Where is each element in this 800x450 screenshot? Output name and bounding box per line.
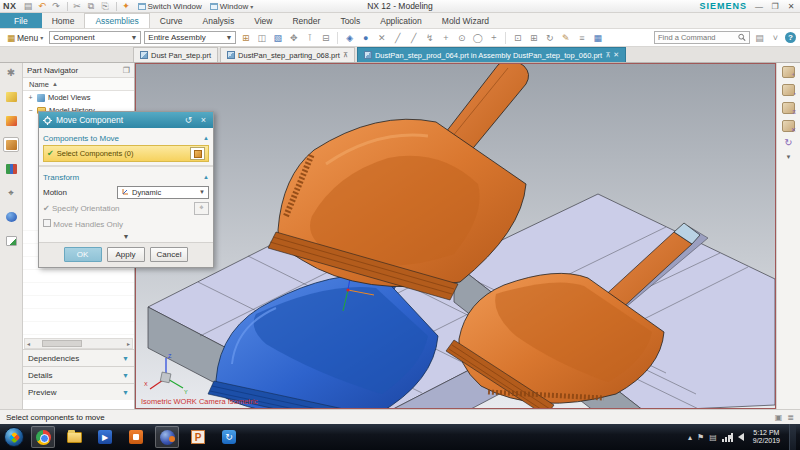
pin-icon[interactable]: ⊼: [343, 51, 348, 59]
tab-home[interactable]: Home: [42, 13, 85, 28]
orange-app-taskbar-button[interactable]: [124, 426, 148, 448]
close-tab-icon[interactable]: ✕: [613, 51, 619, 59]
horizontal-scrollbar[interactable]: ◂ ▸: [24, 338, 133, 349]
media-player-taskbar-button[interactable]: ▶: [93, 426, 117, 448]
cancel-button[interactable]: Cancel: [150, 247, 189, 262]
alert-log-icon[interactable]: ▣: [775, 413, 783, 422]
exploded-views-icon[interactable]: ◈: [343, 33, 356, 43]
reuse-library-icon[interactable]: [3, 161, 19, 176]
plus-icon[interactable]: ＋: [487, 31, 500, 44]
layers-icon[interactable]: ≡: [575, 33, 588, 43]
nx-taskbar-button[interactable]: [155, 426, 179, 448]
add-component-icon[interactable]: ＋: [782, 66, 795, 78]
scrollbar-thumb[interactable]: [42, 340, 82, 347]
transform-header[interactable]: Transform▲: [43, 170, 209, 184]
spline-icon[interactable]: ↯: [423, 33, 436, 43]
minimize-button[interactable]: —: [753, 2, 765, 11]
show-hidden-icons[interactable]: ▴: [688, 433, 692, 442]
search-binoculars-icon[interactable]: ⌖: [3, 185, 19, 200]
assembly-navigator-icon[interactable]: [3, 89, 19, 104]
clipboard-status-icon[interactable]: ≣: [787, 413, 794, 422]
book-icon[interactable]: ▤: [753, 33, 766, 43]
section-dependencies[interactable]: Dependencies▼: [23, 349, 134, 366]
graphics-window[interactable]: ZC: [135, 63, 776, 409]
redo-icon[interactable]: ↷: [50, 1, 63, 12]
arrangements-icon[interactable]: ⊟: [319, 33, 332, 43]
specify-orientation-row[interactable]: ✔ Specify Orientation ⌖: [43, 200, 209, 216]
find-component-icon[interactable]: ⊞: [239, 33, 252, 43]
sequence-icon[interactable]: ✕: [375, 33, 388, 43]
doc-tab-3-active[interactable]: DustPan_step_prod_064.prt in Assembly Du…: [357, 47, 626, 62]
dialog-title-bar[interactable]: Move Component ↺ ×: [39, 112, 213, 128]
chrome-taskbar-button[interactable]: [31, 426, 55, 448]
open-component-icon[interactable]: ◫: [255, 33, 268, 43]
tab-analysis[interactable]: Analysis: [193, 13, 245, 28]
close-dialog-icon[interactable]: ×: [198, 115, 209, 125]
grid-icon[interactable]: ▦: [591, 33, 604, 43]
tab-application[interactable]: Application: [370, 13, 432, 28]
tree-item-model-views[interactable]: + Model Views: [23, 91, 134, 104]
undo-icon[interactable]: ↶: [36, 1, 49, 12]
circle-icon[interactable]: ⊙: [455, 33, 468, 43]
find-command-box[interactable]: [654, 31, 750, 44]
reset-icon[interactable]: ↺: [183, 115, 194, 125]
tray-app-icon[interactable]: ▤: [709, 433, 717, 442]
constraint-navigator-icon[interactable]: [3, 113, 19, 128]
tab-view[interactable]: View: [244, 13, 282, 28]
dialog-expander[interactable]: ▼: [43, 232, 209, 242]
tray-clock[interactable]: 5:12 PM 9/2/2019: [749, 429, 784, 445]
show-product-outline-icon[interactable]: ▧: [271, 33, 284, 43]
volume-icon[interactable]: [738, 433, 744, 441]
collapse-icon[interactable]: −: [27, 107, 34, 114]
hd3d-tools-icon[interactable]: [3, 209, 19, 224]
chevron-down-icon[interactable]: ▼: [786, 154, 792, 160]
scroll-left-icon[interactable]: ◂: [25, 340, 32, 347]
restore-button[interactable]: ❐: [769, 2, 781, 11]
expand-icon[interactable]: +: [27, 94, 34, 101]
window-menu-button[interactable]: Window ▾: [206, 1, 257, 12]
sync-app-taskbar-button[interactable]: ↻: [217, 426, 241, 448]
save-icon[interactable]: ▤: [22, 1, 35, 12]
apply-button[interactable]: Apply: [107, 247, 145, 262]
checkbox-icon[interactable]: [43, 219, 51, 227]
tab-assemblies[interactable]: Assemblies: [84, 13, 149, 28]
paste-icon[interactable]: ⎘: [99, 1, 112, 12]
move-handles-row[interactable]: Move Handles Only: [43, 216, 209, 232]
tab-file[interactable]: File: [0, 13, 42, 28]
switch-window-button[interactable]: Switch Window: [134, 1, 206, 12]
move-component-icon[interactable]: ✥: [287, 33, 300, 43]
section-details[interactable]: Details▼: [23, 366, 134, 383]
cut-icon[interactable]: ✂: [71, 1, 84, 12]
component-close-icon[interactable]: ✕: [782, 120, 795, 132]
roles-gear-icon[interactable]: ✱: [3, 65, 19, 80]
powerpoint-taskbar-button[interactable]: P: [186, 426, 210, 448]
show-desktop-button[interactable]: [789, 424, 796, 450]
menu-button[interactable]: ▦ Menu ▾: [4, 32, 46, 44]
ok-button[interactable]: OK: [64, 247, 102, 262]
chevron-icon[interactable]: ˅: [769, 33, 782, 43]
column-header[interactable]: Name ▲: [23, 78, 134, 91]
orbit-icon[interactable]: ↻: [543, 33, 556, 43]
undock-icon[interactable]: ❐: [123, 66, 130, 75]
select-components-row[interactable]: ✔ Select Components (0): [43, 145, 209, 162]
components-to-move-header[interactable]: Components to Move▲: [43, 131, 209, 145]
tab-tools[interactable]: Tools: [330, 13, 370, 28]
brush-icon[interactable]: ✎: [559, 33, 572, 43]
csys-dialog-icon[interactable]: ⌖: [194, 202, 209, 215]
component-clock-icon[interactable]: ◔: [782, 84, 795, 96]
pin-icon[interactable]: ⊼: [605, 51, 610, 59]
point-icon[interactable]: +: [439, 33, 452, 43]
tab-mold-wizard[interactable]: Mold Wizard: [432, 13, 499, 28]
scope-dropdown[interactable]: Entire Assembly▼: [144, 31, 236, 44]
tab-render[interactable]: Render: [282, 13, 330, 28]
doc-tab-1[interactable]: Dust Pan_step.prt: [133, 47, 218, 62]
select-component-icon[interactable]: [190, 147, 205, 160]
find-command-input[interactable]: [658, 33, 736, 42]
help-icon[interactable]: ?: [785, 32, 796, 43]
start-button[interactable]: [4, 427, 24, 447]
refresh-icon[interactable]: ↻: [784, 138, 792, 148]
component-layers-icon[interactable]: ≡: [782, 102, 795, 114]
part-navigator-icon[interactable]: [3, 137, 19, 152]
arc-icon[interactable]: ◯: [471, 33, 484, 43]
sphere-icon[interactable]: ●: [359, 33, 372, 43]
